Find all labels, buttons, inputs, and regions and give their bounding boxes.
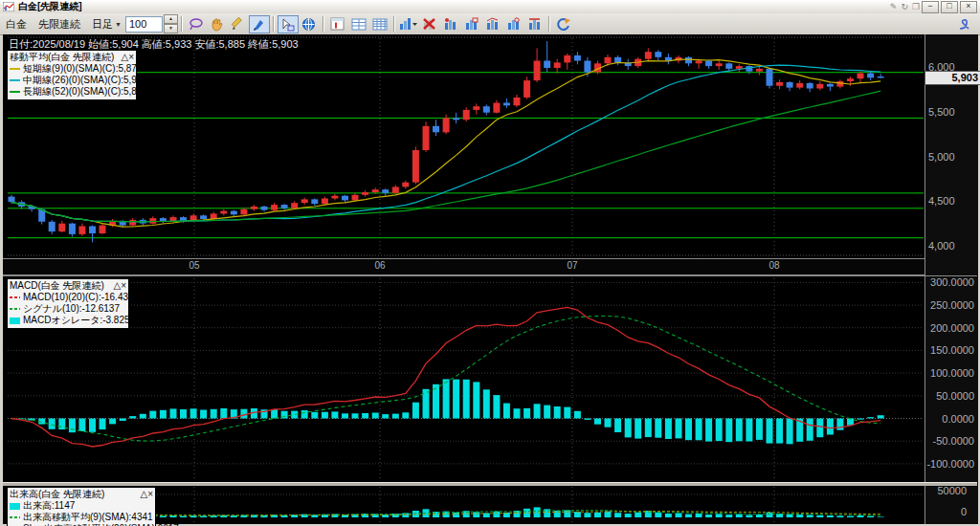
- macd-legend[interactable]: MACD(白金 先限連続) △× MACD(10)(20)(C):-16.439…: [7, 278, 129, 329]
- current-price-tag: 5,903: [924, 71, 980, 85]
- ma-legend-title: 移動平均(白金 先限連続): [10, 52, 114, 63]
- legend-collapse-icon[interactable]: △: [140, 489, 147, 499]
- legend-close-icon[interactable]: ×: [147, 489, 153, 499]
- legend-item: 出来高移動平均(9)(SMA):4341: [10, 512, 153, 523]
- legend-item: MACD(10)(20)(C):-16.4390: [10, 292, 126, 303]
- legend-item: シグナル(10):-12.6137: [10, 303, 126, 315]
- legend-item: 中期線(26)(0)(SMA)(C):5,998: [10, 75, 134, 86]
- legend-close-icon[interactable]: ×: [121, 280, 126, 291]
- legend-item: MACDオシレータ:-3.8252: [10, 315, 126, 326]
- legend-collapse-icon[interactable]: △: [113, 280, 121, 291]
- ma-legend[interactable]: 移動平均(白金 先限連続) △× 短期線(9)(0)(SMA)(C):5,877…: [7, 50, 137, 100]
- macd-legend-title: MACD(白金 先限連続): [10, 280, 104, 292]
- volume-legend[interactable]: 出来高(白金 先限連続) △× 出来高:1147出来高移動平均(9)(SMA):…: [7, 487, 156, 526]
- legend-collapse-icon[interactable]: △: [121, 52, 128, 62]
- legend-item: 短期線(9)(0)(SMA)(C):5,877: [10, 63, 134, 75]
- legend-item: 長期線(52)(0)(SMA)(C):5,856: [10, 86, 134, 98]
- legend-close-icon[interactable]: ×: [128, 52, 134, 62]
- volume-legend-title: 出来高(白金 先限連続): [10, 489, 104, 500]
- legend-item: 出来高:1147: [10, 500, 153, 512]
